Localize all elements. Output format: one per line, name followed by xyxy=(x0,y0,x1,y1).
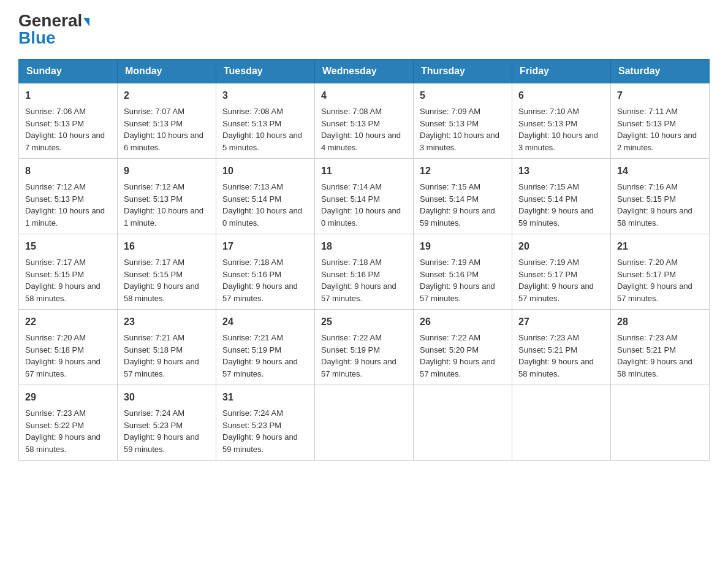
day-number: 1 xyxy=(25,88,111,103)
calendar-cell: 21Sunrise: 7:20 AMSunset: 5:17 PMDayligh… xyxy=(611,234,710,310)
day-number: 17 xyxy=(222,239,308,254)
day-number: 24 xyxy=(222,315,308,329)
header-row: SundayMondayTuesdayWednesdayThursdayFrid… xyxy=(19,59,710,83)
day-number: 30 xyxy=(124,390,210,405)
calendar-cell: 23Sunrise: 7:21 AMSunset: 5:18 PMDayligh… xyxy=(118,310,216,385)
calendar-cell: 2Sunrise: 7:07 AMSunset: 5:13 PMDaylight… xyxy=(118,83,216,159)
week-row-3: 15Sunrise: 7:17 AMSunset: 5:15 PMDayligh… xyxy=(19,234,710,310)
calendar-cell: 17Sunrise: 7:18 AMSunset: 5:16 PMDayligh… xyxy=(216,234,315,310)
calendar-cell: 10Sunrise: 7:13 AMSunset: 5:14 PMDayligh… xyxy=(216,159,315,234)
calendar-cell: 30Sunrise: 7:24 AMSunset: 5:23 PMDayligh… xyxy=(118,385,216,461)
calendar-cell: 5Sunrise: 7:09 AMSunset: 5:13 PMDaylight… xyxy=(414,83,512,159)
day-number: 23 xyxy=(124,315,210,329)
day-number: 19 xyxy=(420,239,506,254)
calendar-cell: 13Sunrise: 7:15 AMSunset: 5:14 PMDayligh… xyxy=(512,159,611,234)
column-header-tuesday: Tuesday xyxy=(216,59,315,83)
column-header-wednesday: Wednesday xyxy=(315,59,414,83)
day-number: 9 xyxy=(124,164,210,178)
column-header-sunday: Sunday xyxy=(19,59,118,83)
logo: General Blue xyxy=(18,12,89,47)
day-number: 22 xyxy=(25,315,111,329)
calendar-cell: 12Sunrise: 7:15 AMSunset: 5:14 PMDayligh… xyxy=(414,159,512,234)
calendar-cell: 28Sunrise: 7:23 AMSunset: 5:21 PMDayligh… xyxy=(611,310,710,385)
logo-blue: Blue xyxy=(18,29,56,47)
calendar-cell: 18Sunrise: 7:18 AMSunset: 5:16 PMDayligh… xyxy=(315,234,414,310)
calendar-header: SundayMondayTuesdayWednesdayThursdayFrid… xyxy=(19,59,710,83)
day-number: 2 xyxy=(124,88,210,103)
column-header-saturday: Saturday xyxy=(611,59,710,83)
calendar-cell: 29Sunrise: 7:23 AMSunset: 5:22 PMDayligh… xyxy=(19,385,118,461)
day-number: 27 xyxy=(518,315,604,329)
page-header: General Blue xyxy=(18,12,710,47)
day-number: 4 xyxy=(321,88,407,103)
day-number: 31 xyxy=(222,390,308,405)
calendar-cell: 31Sunrise: 7:24 AMSunset: 5:23 PMDayligh… xyxy=(216,385,315,461)
day-number: 7 xyxy=(617,88,703,103)
calendar-cell xyxy=(611,385,710,461)
calendar-cell: 25Sunrise: 7:22 AMSunset: 5:19 PMDayligh… xyxy=(315,310,414,385)
calendar-cell: 9Sunrise: 7:12 AMSunset: 5:13 PMDaylight… xyxy=(118,159,216,234)
calendar-cell: 15Sunrise: 7:17 AMSunset: 5:15 PMDayligh… xyxy=(19,234,118,310)
calendar-table: SundayMondayTuesdayWednesdayThursdayFrid… xyxy=(18,59,710,461)
day-number: 3 xyxy=(222,88,308,103)
day-number: 20 xyxy=(518,239,604,254)
day-number: 11 xyxy=(321,164,407,178)
calendar-body: 1Sunrise: 7:06 AMSunset: 5:13 PMDaylight… xyxy=(19,83,710,461)
calendar-cell: 4Sunrise: 7:08 AMSunset: 5:13 PMDaylight… xyxy=(315,83,414,159)
day-number: 28 xyxy=(617,315,703,329)
calendar-cell xyxy=(414,385,512,461)
week-row-1: 1Sunrise: 7:06 AMSunset: 5:13 PMDaylight… xyxy=(19,83,710,159)
calendar-cell: 19Sunrise: 7:19 AMSunset: 5:16 PMDayligh… xyxy=(414,234,512,310)
logo-general: General xyxy=(18,12,89,29)
calendar-cell: 8Sunrise: 7:12 AMSunset: 5:13 PMDaylight… xyxy=(19,159,118,234)
calendar-cell: 22Sunrise: 7:20 AMSunset: 5:18 PMDayligh… xyxy=(19,310,118,385)
week-row-2: 8Sunrise: 7:12 AMSunset: 5:13 PMDaylight… xyxy=(19,159,710,234)
calendar-cell: 1Sunrise: 7:06 AMSunset: 5:13 PMDaylight… xyxy=(19,83,118,159)
calendar-cell: 7Sunrise: 7:11 AMSunset: 5:13 PMDaylight… xyxy=(611,83,710,159)
day-number: 26 xyxy=(420,315,506,329)
calendar-cell: 27Sunrise: 7:23 AMSunset: 5:21 PMDayligh… xyxy=(512,310,611,385)
day-number: 6 xyxy=(518,88,604,103)
day-number: 25 xyxy=(321,315,407,329)
calendar-cell: 26Sunrise: 7:22 AMSunset: 5:20 PMDayligh… xyxy=(414,310,512,385)
calendar-cell: 6Sunrise: 7:10 AMSunset: 5:13 PMDaylight… xyxy=(512,83,611,159)
day-number: 12 xyxy=(420,164,506,178)
week-row-5: 29Sunrise: 7:23 AMSunset: 5:22 PMDayligh… xyxy=(19,385,710,461)
column-header-thursday: Thursday xyxy=(414,59,512,83)
column-header-friday: Friday xyxy=(512,59,611,83)
calendar-cell: 3Sunrise: 7:08 AMSunset: 5:13 PMDaylight… xyxy=(216,83,315,159)
calendar-cell: 16Sunrise: 7:17 AMSunset: 5:15 PMDayligh… xyxy=(118,234,216,310)
logo-triangle-icon xyxy=(83,18,89,26)
day-number: 10 xyxy=(222,164,308,178)
calendar-cell: 14Sunrise: 7:16 AMSunset: 5:15 PMDayligh… xyxy=(611,159,710,234)
column-header-monday: Monday xyxy=(118,59,216,83)
calendar-cell: 24Sunrise: 7:21 AMSunset: 5:19 PMDayligh… xyxy=(216,310,315,385)
day-number: 29 xyxy=(25,390,111,405)
calendar-cell xyxy=(315,385,414,461)
day-number: 13 xyxy=(518,164,604,178)
day-number: 21 xyxy=(617,239,703,254)
calendar-cell xyxy=(512,385,611,461)
day-number: 18 xyxy=(321,239,407,254)
week-row-4: 22Sunrise: 7:20 AMSunset: 5:18 PMDayligh… xyxy=(19,310,710,385)
day-number: 16 xyxy=(124,239,210,254)
day-number: 5 xyxy=(420,88,506,103)
calendar-cell: 11Sunrise: 7:14 AMSunset: 5:14 PMDayligh… xyxy=(315,159,414,234)
calendar-cell: 20Sunrise: 7:19 AMSunset: 5:17 PMDayligh… xyxy=(512,234,611,310)
day-number: 15 xyxy=(25,239,111,254)
day-number: 8 xyxy=(25,164,111,178)
day-number: 14 xyxy=(617,164,703,178)
